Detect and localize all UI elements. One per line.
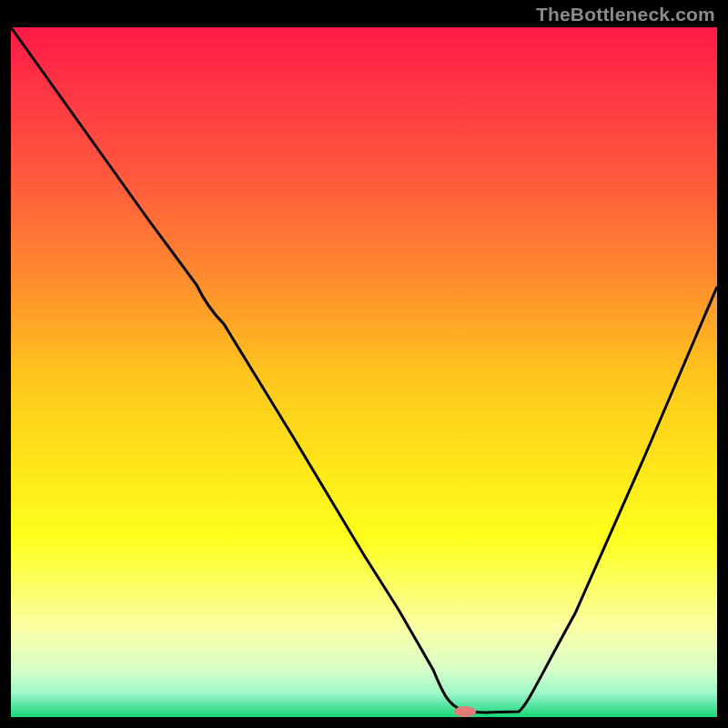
bottleneck-chart — [11, 27, 717, 717]
optimum-marker — [454, 706, 476, 717]
watermark-text: TheBottleneck.com — [536, 4, 715, 25]
plot-area — [11, 27, 717, 717]
gradient-background — [11, 27, 717, 717]
chart-frame: TheBottleneck.com — [0, 0, 728, 728]
